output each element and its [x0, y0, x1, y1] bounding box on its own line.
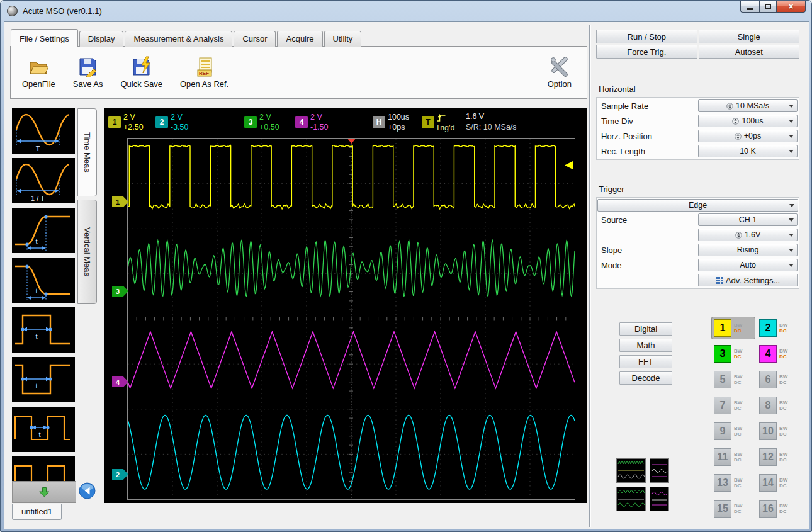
- channel-button-6[interactable]: 6BWDC: [757, 369, 800, 390]
- measure-duty-cycle-thumb[interactable]: t: [12, 407, 75, 452]
- title-bar[interactable]: Acute MSO (ver0.1.1) ×: [1, 1, 811, 21]
- single-button[interactable]: Single: [699, 30, 800, 43]
- chevron-down-icon: [789, 249, 794, 254]
- measure-period-thumb[interactable]: T: [12, 108, 75, 154]
- trigger-level-dropdown[interactable]: 1.6V: [698, 229, 798, 241]
- scope-display: 1 2 V+2.50 2 2 V-3.50 3 2 V+0.50 4 2 V-1…: [104, 108, 587, 503]
- ch3-position-tag[interactable]: 3: [112, 286, 128, 297]
- channel-button-10[interactable]: 10BWDC: [757, 421, 800, 442]
- svg-text:t: t: [38, 431, 40, 438]
- measure-frequency-thumb[interactable]: 1 / T: [12, 158, 75, 203]
- ch2-status[interactable]: 2 V-3.50: [171, 112, 189, 132]
- adv-settings-button[interactable]: Adv. Settings...: [698, 274, 798, 286]
- save-as-button[interactable]: Save As: [73, 56, 103, 89]
- open-file-button[interactable]: OpenFile: [22, 56, 55, 89]
- document-tab-untitled1[interactable]: untitled1: [12, 504, 62, 520]
- math-button[interactable]: Math: [619, 339, 672, 352]
- channel-button-4[interactable]: 4BWDC: [757, 343, 800, 365]
- bw-label: BW: [734, 426, 742, 431]
- sidebar-tab-time-meas[interactable]: Time Meas: [77, 108, 97, 196]
- channel-button-8[interactable]: 8BWDC: [757, 395, 800, 416]
- bw-label: BW: [734, 503, 742, 509]
- layout-preview-2[interactable]: [650, 458, 669, 483]
- quick-save-button[interactable]: Quick Save: [120, 56, 162, 89]
- tab-acquire[interactable]: Acquire: [277, 31, 322, 47]
- chevron-down-icon: [789, 135, 794, 140]
- channel-button-1[interactable]: 1BWDC: [712, 317, 755, 339]
- measure-rise-time-thumb[interactable]: t: [12, 208, 75, 253]
- dc-label: DC: [779, 457, 787, 463]
- trigger-mode-dropdown[interactable]: Auto: [698, 259, 798, 271]
- ch4-badge[interactable]: 4: [295, 116, 308, 128]
- horizontal-badge[interactable]: H: [373, 116, 385, 128]
- horz-position-dropdown[interactable]: +0ps: [698, 130, 798, 142]
- scope-status-bar: 1 2 V+2.50 2 2 V-3.50 3 2 V+0.50 4 2 V-1…: [104, 108, 587, 137]
- force-trig-button[interactable]: Force Trig.: [596, 45, 697, 59]
- trigger-badge[interactable]: T: [422, 116, 434, 128]
- bw-label: BW: [779, 426, 787, 431]
- main-content: File / SettingsDisplayMeasurement & Anal…: [4, 21, 809, 529]
- ch1-status[interactable]: 2 V+2.50: [123, 112, 144, 132]
- bw-label: BW: [734, 348, 742, 354]
- measure-positive-width-thumb[interactable]: t: [12, 307, 75, 353]
- channel-button-5[interactable]: 5BWDC: [712, 369, 755, 390]
- tab-display[interactable]: Display: [79, 31, 124, 47]
- dc-label: DC: [734, 431, 742, 437]
- fft-button[interactable]: FFT: [619, 355, 672, 368]
- ch3-badge[interactable]: 3: [244, 116, 257, 128]
- run-stop-button[interactable]: Run / Stop: [596, 30, 697, 43]
- channel-button-9[interactable]: 9BWDC: [712, 421, 755, 442]
- rec-length-dropdown[interactable]: 10 K: [698, 145, 798, 157]
- ch2-position-tag[interactable]: 2: [112, 469, 128, 480]
- ch4-position-tag[interactable]: 4: [112, 376, 128, 387]
- ch2-badge[interactable]: 2: [155, 116, 168, 128]
- open-folder-icon: [28, 56, 49, 77]
- ch1-badge[interactable]: 1: [108, 116, 121, 128]
- horizontal-status[interactable]: 100us+0ps: [388, 112, 409, 132]
- bw-label: BW: [779, 374, 787, 380]
- app-window: Acute MSO (ver0.1.1) × File / SettingsDi…: [0, 0, 812, 532]
- layout-preview-3[interactable]: [616, 487, 646, 511]
- channel-button-13[interactable]: 13BWDC: [712, 472, 755, 494]
- channel-button-7[interactable]: 7BWDC: [712, 395, 755, 416]
- trigger-type-dropdown[interactable]: Edge: [597, 199, 798, 212]
- tab-cursor[interactable]: Cursor: [234, 31, 276, 47]
- ch3-status[interactable]: 2 V+0.50: [259, 112, 279, 132]
- layout-preview-1[interactable]: [616, 458, 646, 483]
- chevron-down-icon: [789, 120, 794, 125]
- maximize-button[interactable]: [759, 1, 777, 13]
- sample-rate-dropdown[interactable]: 10 MSa/s: [698, 99, 798, 112]
- close-button[interactable]: ×: [777, 1, 806, 13]
- ch1-position-tag[interactable]: 1: [112, 196, 128, 207]
- measure-fall-time-thumb[interactable]: t: [12, 258, 75, 303]
- waveform-plot[interactable]: [127, 138, 575, 500]
- tab-file-settings[interactable]: File / Settings: [11, 29, 78, 47]
- decode-button[interactable]: Decode: [619, 371, 672, 385]
- bw-label: BW: [779, 477, 787, 483]
- measure-negative-width-thumb[interactable]: t: [12, 357, 75, 402]
- digital-button[interactable]: Digital: [619, 322, 672, 336]
- sidebar-tab-vertical-meas[interactable]: Vertical Meas: [77, 200, 97, 304]
- collapse-sidebar-button[interactable]: [79, 482, 96, 499]
- channel-button-16[interactable]: 16BWDC: [757, 498, 800, 519]
- channel-button-14[interactable]: 14BWDC: [757, 472, 800, 494]
- channel-button-12[interactable]: 12BWDC: [757, 446, 800, 468]
- dc-label: DC: [734, 457, 742, 463]
- minimize-button[interactable]: [740, 1, 759, 13]
- ch4-status[interactable]: 2 V-1.50: [310, 112, 329, 132]
- tab-measurement-analysis[interactable]: Measurement & Analysis: [125, 31, 232, 47]
- thumb-scroll-strip[interactable]: [12, 481, 76, 503]
- channel-button-11[interactable]: 11BWDC: [712, 446, 755, 468]
- trigger-slope-dropdown[interactable]: Rising: [698, 244, 798, 256]
- trigger-source-dropdown[interactable]: CH 1: [698, 213, 798, 226]
- layout-preview-4[interactable]: [650, 487, 669, 511]
- value-stepper-icon: [735, 133, 742, 140]
- channel-button-3[interactable]: 3BWDC: [712, 343, 755, 365]
- option-button[interactable]: Option: [548, 56, 572, 89]
- tab-utility[interactable]: Utility: [324, 31, 362, 47]
- time-div-dropdown[interactable]: 100us: [698, 115, 798, 127]
- channel-button-15[interactable]: 15BWDC: [712, 498, 755, 519]
- channel-button-2[interactable]: 2BWDC: [757, 317, 800, 339]
- open-as-ref-button[interactable]: REF Open As Ref.: [180, 56, 228, 89]
- autoset-button[interactable]: Autoset: [699, 45, 800, 59]
